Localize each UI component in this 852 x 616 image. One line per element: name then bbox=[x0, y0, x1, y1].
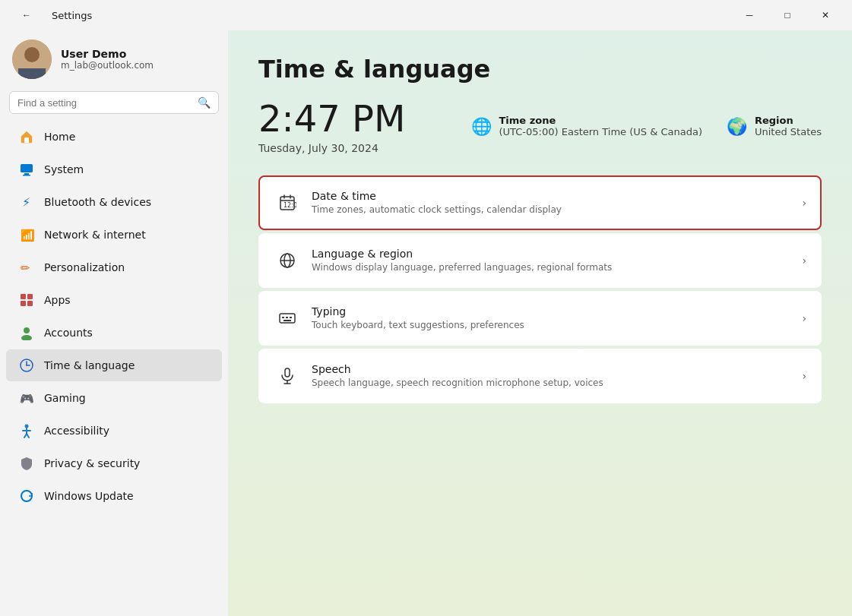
sidebar: User Demo m_lab@outlook.com 🔍 Home Syste… bbox=[0, 30, 228, 616]
settings-list: 12:00 Date & time Time zones, automatic … bbox=[258, 175, 822, 403]
svg-rect-11 bbox=[21, 294, 26, 299]
svg-rect-5 bbox=[21, 164, 33, 172]
minimize-button[interactable]: ─ bbox=[732, 3, 767, 27]
svg-rect-13 bbox=[21, 301, 26, 306]
titlebar-left: ← Settings bbox=[9, 3, 92, 27]
app-container: User Demo m_lab@outlook.com 🔍 Home Syste… bbox=[0, 30, 852, 616]
sidebar-item-time[interactable]: Time & language bbox=[6, 349, 222, 381]
user-email: m_lab@outlook.com bbox=[61, 60, 154, 71]
svg-text:🎮: 🎮 bbox=[20, 392, 34, 406]
timezone-info: Time zone (UTC-05:00) Eastern Time (US &… bbox=[499, 115, 702, 137]
user-name: User Demo bbox=[61, 48, 154, 60]
avatar bbox=[12, 39, 52, 79]
svg-point-1 bbox=[24, 47, 40, 62]
sidebar-item-accounts[interactable]: Accounts bbox=[6, 317, 222, 349]
sidebar-item-gaming[interactable]: 🎮 Gaming bbox=[6, 382, 222, 414]
settings-item-desc: Speech language, speech recognition micr… bbox=[312, 377, 802, 388]
svg-rect-6 bbox=[24, 173, 29, 175]
settings-item-desc: Windows display language, preferred lang… bbox=[312, 262, 802, 273]
network-icon: 📶 bbox=[18, 226, 35, 243]
privacy-icon bbox=[18, 455, 35, 472]
sidebar-item-accessibility[interactable]: Accessibility bbox=[6, 415, 222, 447]
sidebar-item-privacy[interactable]: Privacy & security bbox=[6, 447, 222, 479]
settings-item-title: Speech bbox=[312, 363, 802, 375]
user-info: User Demo m_lab@outlook.com bbox=[61, 48, 154, 71]
settings-item-speech[interactable]: Speech Speech language, speech recogniti… bbox=[258, 349, 822, 403]
svg-text:📶: 📶 bbox=[21, 229, 34, 242]
datetime-icon: 12:00 bbox=[274, 189, 301, 216]
content-area: Time & language 2:47 PM Tuesday, July 30… bbox=[228, 30, 852, 616]
svg-rect-38 bbox=[283, 320, 291, 321]
sidebar-item-update[interactable]: Windows Update bbox=[6, 480, 222, 512]
sidebar-item-label: Apps bbox=[44, 294, 71, 306]
region-value: United States bbox=[755, 126, 822, 137]
window-controls: ─ □ ✕ bbox=[732, 3, 843, 27]
svg-rect-4 bbox=[24, 137, 29, 143]
settings-item-desc: Time zones, automatic clock settings, ca… bbox=[312, 204, 802, 215]
settings-item-desc: Touch keyboard, text suggestions, prefer… bbox=[312, 320, 802, 330]
region-item: 🌍 Region United States bbox=[727, 115, 822, 137]
time-header: 2:47 PM Tuesday, July 30, 2024 🌐 Time zo… bbox=[258, 99, 822, 154]
svg-rect-39 bbox=[285, 368, 290, 377]
chevron-icon: › bbox=[802, 370, 806, 382]
settings-item-title: Language & region bbox=[312, 248, 802, 260]
time-display: 2:47 PM Tuesday, July 30, 2024 bbox=[258, 99, 405, 154]
titlebar: ← Settings ─ □ ✕ bbox=[0, 0, 852, 30]
sidebar-item-label: System bbox=[44, 163, 84, 175]
current-date: Tuesday, July 30, 2024 bbox=[258, 142, 405, 154]
personalization-icon: ✏️ bbox=[18, 259, 35, 276]
search-box[interactable]: 🔍 bbox=[9, 91, 219, 114]
bluetooth-icon: ⚡ bbox=[18, 194, 35, 210]
chevron-icon: › bbox=[802, 312, 806, 324]
time-icon bbox=[18, 357, 35, 374]
home-icon bbox=[18, 128, 35, 145]
maximize-button[interactable]: □ bbox=[770, 3, 805, 27]
time-meta: 🌐 Time zone (UTC-05:00) Eastern Time (US… bbox=[471, 115, 822, 137]
back-icon: ← bbox=[22, 10, 31, 21]
svg-line-25 bbox=[27, 434, 29, 438]
sidebar-item-apps[interactable]: Apps bbox=[6, 284, 222, 316]
svg-rect-35 bbox=[282, 317, 284, 318]
svg-text:⚡: ⚡ bbox=[22, 195, 30, 210]
sidebar-item-network[interactable]: 📶 Network & internet bbox=[6, 219, 222, 251]
search-icon: 🔍 bbox=[198, 96, 211, 109]
gaming-icon: 🎮 bbox=[18, 390, 35, 406]
search-input[interactable] bbox=[17, 97, 192, 109]
back-button[interactable]: ← bbox=[9, 3, 44, 27]
settings-item-language[interactable]: Language & region Windows display langua… bbox=[258, 233, 822, 288]
chevron-icon: › bbox=[802, 254, 806, 267]
update-icon bbox=[18, 488, 35, 504]
typing-icon bbox=[274, 305, 301, 332]
settings-item-text: Speech Speech language, speech recogniti… bbox=[312, 363, 802, 388]
close-button[interactable]: ✕ bbox=[808, 3, 843, 27]
chevron-icon: › bbox=[802, 197, 806, 209]
sidebar-item-label: Windows Update bbox=[44, 490, 134, 502]
region-label: Region bbox=[755, 115, 822, 126]
sidebar-item-personalization[interactable]: ✏️ Personalization bbox=[6, 251, 222, 283]
speech-icon bbox=[274, 362, 301, 390]
region-icon: 🌍 bbox=[727, 117, 747, 136]
timezone-item: 🌐 Time zone (UTC-05:00) Eastern Time (US… bbox=[471, 115, 702, 137]
svg-text:✏️: ✏️ bbox=[21, 261, 30, 275]
timezone-value: (UTC-05:00) Eastern Time (US & Canada) bbox=[499, 126, 702, 137]
language-icon bbox=[274, 247, 301, 274]
sidebar-item-bluetooth[interactable]: ⚡ Bluetooth & devices bbox=[6, 186, 222, 218]
settings-item-datetime[interactable]: 12:00 Date & time Time zones, automatic … bbox=[258, 175, 822, 230]
sidebar-item-label: Personalization bbox=[44, 261, 125, 273]
accounts-icon bbox=[18, 324, 35, 341]
svg-rect-36 bbox=[286, 317, 288, 318]
sidebar-item-home[interactable]: Home bbox=[6, 121, 222, 153]
settings-item-text: Typing Touch keyboard, text suggestions,… bbox=[312, 305, 802, 330]
svg-rect-14 bbox=[27, 301, 33, 306]
settings-item-typing[interactable]: Typing Touch keyboard, text suggestions,… bbox=[258, 291, 822, 346]
user-profile[interactable]: User Demo m_lab@outlook.com bbox=[0, 30, 228, 91]
apps-icon bbox=[18, 292, 35, 308]
accessibility-icon bbox=[18, 422, 35, 439]
svg-text:12:00: 12:00 bbox=[283, 202, 296, 209]
page-title: Time & language bbox=[258, 55, 822, 84]
sidebar-item-label: Accessibility bbox=[44, 425, 109, 437]
svg-rect-3 bbox=[18, 68, 46, 79]
sidebar-item-system[interactable]: System bbox=[6, 153, 222, 185]
svg-rect-37 bbox=[290, 317, 292, 318]
timezone-label: Time zone bbox=[499, 115, 702, 126]
